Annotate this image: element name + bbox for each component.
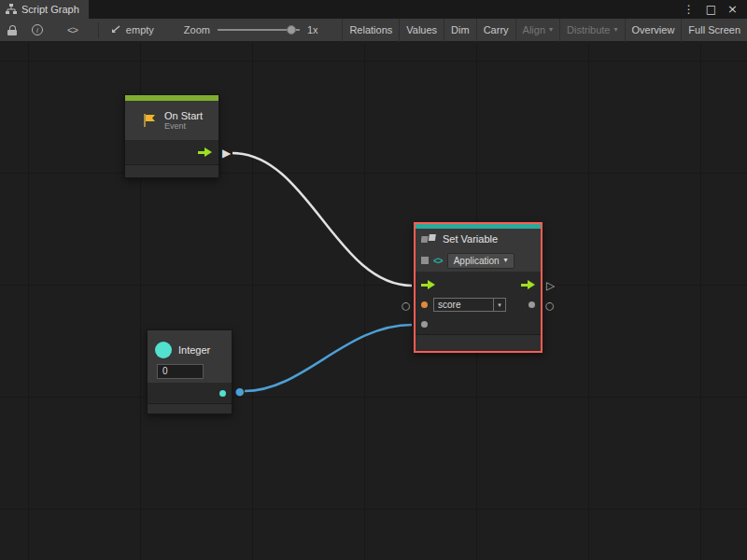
flow-wire[interactable]	[233, 153, 412, 286]
distribute-button[interactable]: Distribute ▾	[559, 19, 624, 42]
toolbar-separator	[98, 22, 99, 38]
graph-pointer-icon	[110, 25, 121, 35]
variable-name-port[interactable]	[421, 301, 428, 308]
node-footer	[416, 334, 541, 349]
flow-output-port[interactable]	[198, 147, 212, 158]
variables-icon	[421, 233, 437, 245]
integer-icon	[155, 342, 172, 358]
value-wire[interactable]	[245, 325, 412, 391]
flag-icon	[141, 112, 158, 129]
variable-box-icon	[421, 257, 429, 264]
zoom-value: 1x	[307, 24, 318, 35]
value-input-port[interactable]	[421, 321, 428, 328]
node-footer	[125, 164, 218, 177]
tab-title: Script Graph	[21, 4, 79, 15]
carry-button[interactable]: Carry	[476, 19, 515, 42]
node-on-start[interactable]: On Start Event	[124, 94, 219, 178]
node-title: Integer	[178, 344, 210, 356]
flow-output-port[interactable]	[521, 280, 535, 290]
flow-input-port[interactable]	[421, 280, 435, 290]
relations-button[interactable]: Relations	[342, 19, 399, 42]
code-icon: <>	[433, 256, 443, 266]
info-icon[interactable]: i	[24, 19, 50, 42]
zoom-slider[interactable]	[218, 24, 300, 35]
values-button[interactable]: Values	[399, 19, 444, 42]
chevron-down-icon: ▾	[549, 26, 553, 34]
dim-button[interactable]: Dim	[444, 19, 476, 42]
chevron-down-icon: ▾	[614, 26, 618, 34]
chevron-down-icon: ▾	[493, 299, 505, 311]
integer-value-field[interactable]: 0	[157, 364, 204, 379]
graph-breadcrumb[interactable]: empty	[105, 19, 160, 42]
value-connector-connected[interactable]: ●	[235, 386, 245, 397]
graph-canvas[interactable]: On Start Event Set Variable <>	[0, 43, 747, 560]
overview-button[interactable]: Overview	[625, 19, 682, 42]
align-button[interactable]: Align ▾	[515, 19, 559, 42]
chevron-down-icon: ▾	[504, 257, 508, 264]
close-icon[interactable]: ×	[727, 0, 738, 19]
zoom-slider-handle[interactable]	[287, 25, 296, 35]
graph-toolbar: i <> empty Zoom 1x Relations Values Dim …	[0, 19, 747, 42]
value-connector-empty[interactable]: ○	[402, 301, 411, 311]
maximize-icon[interactable]: □	[706, 0, 716, 19]
tab-script-graph[interactable]: Script Graph	[0, 0, 89, 19]
node-title: Set Variable	[443, 233, 498, 245]
variable-scope-dropdown[interactable]: Application ▾	[447, 253, 514, 269]
wires-layer	[0, 43, 747, 560]
node-set-variable[interactable]: Set Variable <> Application ▾ sc	[414, 222, 543, 353]
flow-connector-connected[interactable]: ▶	[222, 147, 231, 159]
graph-inspector-icon[interactable]: <>	[67, 24, 78, 35]
node-subtitle: Event	[164, 121, 203, 131]
variable-name-select[interactable]: score ▾	[433, 298, 506, 312]
value-output-port[interactable]	[529, 301, 535, 308]
window-menu-icon[interactable]: ⋮	[684, 0, 695, 19]
zoom-label: Zoom	[184, 24, 210, 35]
lock-icon[interactable]	[0, 19, 24, 42]
script-graph-icon	[6, 4, 17, 15]
graph-name: empty	[126, 24, 154, 35]
value-connector-empty[interactable]: ○	[545, 301, 555, 311]
fullscreen-button[interactable]: Full Screen	[681, 19, 747, 42]
flow-connector-empty[interactable]: ▷	[546, 280, 555, 291]
integer-output-port[interactable]	[219, 390, 226, 397]
node-footer	[148, 403, 232, 413]
title-bar: Script Graph ⋮ □ ×	[0, 0, 747, 19]
node-integer[interactable]: Integer 0	[147, 329, 233, 414]
node-title: On Start	[164, 110, 203, 121]
